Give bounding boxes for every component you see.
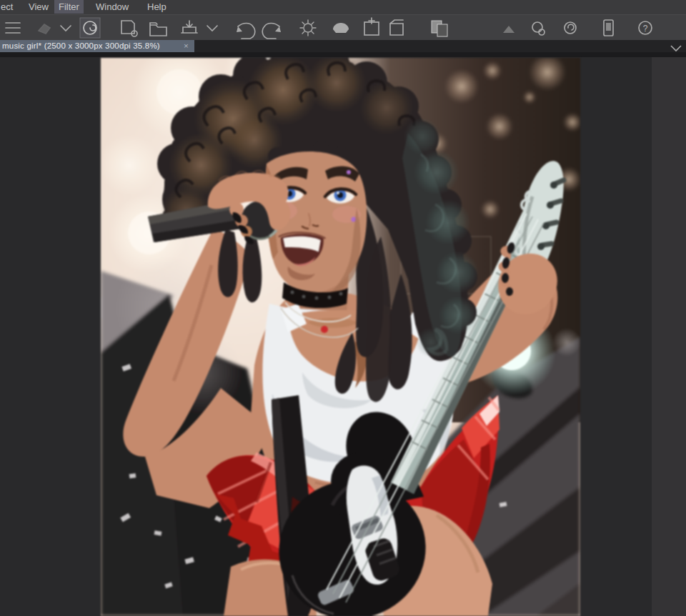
svg-text:?: ? — [643, 24, 648, 34]
